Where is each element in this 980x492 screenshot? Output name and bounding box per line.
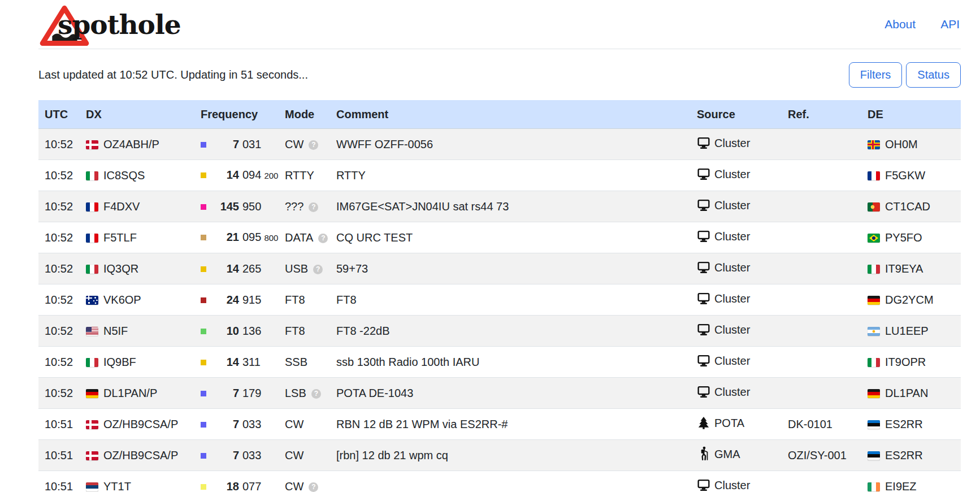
flag-fr-de-icon	[868, 171, 880, 180]
nav-about-link[interactable]: About	[884, 18, 916, 31]
frequency-hz: 200	[264, 171, 278, 180]
frequency-khz: 915	[242, 294, 261, 306]
band-color-icon	[201, 297, 206, 303]
ref-cell	[782, 160, 862, 191]
mode-cell: DATA?	[279, 222, 331, 253]
frequency-mhz: 14	[207, 261, 239, 277]
de-cell: EI9EZ	[862, 471, 961, 492]
utc-cell: 10:52	[38, 191, 80, 222]
spot-row: 10:52N5IF10136FT8FT8 -22dBClusterLU1EEP	[38, 316, 961, 347]
source-cell: GMA	[691, 440, 782, 471]
source-monitor-icon	[697, 261, 710, 278]
band-color-icon	[201, 360, 206, 365]
source-cell: Cluster	[691, 347, 782, 378]
mode-help-icon[interactable]: ?	[309, 140, 318, 150]
band-color-icon	[201, 172, 206, 178]
de-cell: ES2RR	[862, 409, 961, 440]
flag-au-dx-icon	[86, 296, 98, 305]
spot-row: 10:52DL1PAN/P7179LSB?POTA DE-1043Cluster…	[38, 378, 961, 409]
ref-cell	[782, 191, 862, 222]
spot-row: 10:52OZ4ABH/P7031CW?WWFF OZFF-0056Cluste…	[38, 129, 961, 160]
utc-cell: 10:52	[38, 222, 80, 253]
dx-callsign: OZ/HB9CSA/P	[103, 449, 178, 461]
flag-ie-de-icon	[868, 482, 880, 491]
source-label: POTA	[714, 417, 744, 429]
frequency-cell: 145950	[195, 191, 279, 222]
dx-callsign: OZ/HB9CSA/P	[103, 418, 178, 430]
source-cell: Cluster	[691, 378, 782, 409]
spots-table: UTC DX Frequency Mode Comment Source Ref…	[38, 100, 961, 492]
band-color-icon	[201, 453, 206, 459]
source-label: Cluster	[714, 230, 750, 243]
band-color-icon	[201, 142, 206, 148]
frequency-mhz: 7	[207, 136, 239, 152]
spots-table-body: 10:52OZ4ABH/P7031CW?WWFF OZFF-0056Cluste…	[38, 129, 961, 492]
mode-cell: ????	[279, 191, 331, 222]
band-color-icon	[201, 235, 206, 240]
source-label: Cluster	[714, 386, 750, 398]
frequency-cell: 7033	[195, 409, 279, 440]
comment-cell: CQ URC TEST	[331, 222, 691, 253]
utc-cell: 10:52	[38, 253, 80, 284]
mode-cell: SSB	[279, 347, 331, 378]
nav-api-link[interactable]: API	[940, 18, 960, 31]
source-label: Cluster	[714, 261, 750, 274]
source-label: Cluster	[714, 355, 750, 367]
ref-cell	[782, 316, 862, 347]
frequency-cell: 7031	[195, 129, 279, 160]
de-callsign: ES2RR	[885, 418, 923, 430]
brand-name: spothole	[58, 11, 181, 38]
frequency-khz: 311	[242, 356, 261, 368]
status-row: Last updated at 10:52 UTC. Updating in 5…	[38, 62, 961, 88]
mode-label: SSB	[285, 356, 307, 368]
comment-cell: RBN 12 dB 21 WPM via ES2RR-#	[331, 409, 691, 440]
top-header: spothole About API	[38, 0, 961, 49]
spot-row: 10:52IC8SQS14094200RTTYRTTYClusterF5GKW	[38, 160, 961, 191]
comment-cell: RTTY	[331, 160, 691, 191]
dx-cell: YT1T	[80, 471, 195, 492]
ref-cell	[782, 253, 862, 284]
header-mode: Mode	[279, 100, 331, 129]
mode-help-icon[interactable]: ?	[313, 265, 323, 274]
dx-cell: N5IF	[80, 316, 195, 347]
spot-row: 10:52F5TLF21095800DATA?CQ URC TESTCluste…	[38, 222, 961, 253]
page: spothole About API Last updated at 10:52…	[38, 0, 961, 492]
dx-callsign: YT1T	[103, 480, 131, 492]
dx-cell: IQ3QR	[80, 253, 195, 284]
mode-help-icon[interactable]: ?	[309, 202, 318, 212]
source-cell: Cluster	[691, 316, 782, 347]
source-monitor-icon	[697, 323, 710, 340]
source-label: Cluster	[714, 168, 750, 180]
mode-cell: CW	[279, 409, 331, 440]
dx-cell: F4DXV	[80, 191, 195, 222]
status-button[interactable]: Status	[906, 62, 961, 88]
frequency-khz: 265	[242, 262, 261, 275]
frequency-khz: 094	[242, 169, 261, 181]
comment-cell: FT8 -22dB	[331, 316, 691, 347]
logo[interactable]: spothole	[38, 2, 181, 47]
mode-help-icon[interactable]: ?	[318, 234, 328, 243]
source-cell: Cluster	[691, 222, 782, 253]
header-dx: DX	[80, 100, 195, 129]
mode-help-icon[interactable]: ?	[311, 389, 321, 399]
top-nav: About API	[884, 18, 961, 31]
flag-ar-de-icon	[868, 327, 880, 336]
de-callsign: EI9EZ	[885, 480, 917, 492]
comment-cell: WWFF OZFF-0056	[331, 129, 691, 160]
flag-it-dx-icon	[86, 171, 98, 180]
band-color-icon	[201, 266, 206, 272]
source-label: Cluster	[714, 292, 750, 305]
source-label: Cluster	[714, 137, 750, 149]
ref-cell: OZI/SY-001	[782, 440, 862, 471]
filters-button[interactable]: Filters	[849, 62, 902, 88]
mode-label: CW	[285, 449, 303, 461]
mode-cell: FT8	[279, 316, 331, 347]
utc-cell: 10:52	[38, 316, 80, 347]
flag-ax-de-icon	[868, 140, 880, 149]
flag-fr-dx-icon	[86, 234, 98, 243]
comment-cell: ssb 130th Radio 100th IARU	[331, 347, 691, 378]
mode-help-icon[interactable]: ?	[309, 482, 318, 492]
source-label: Cluster	[714, 199, 750, 212]
header-utc: UTC	[38, 100, 80, 129]
flag-dk-dx-icon	[86, 451, 98, 460]
